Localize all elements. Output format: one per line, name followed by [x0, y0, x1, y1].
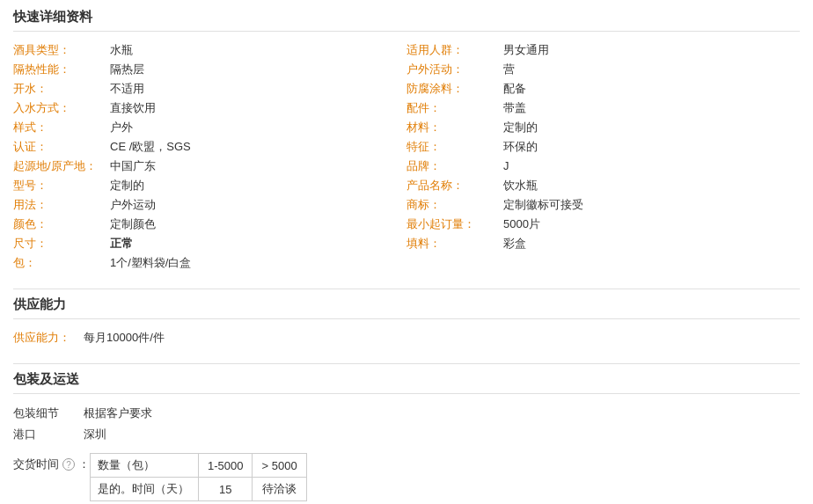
detail-label: 品牌： — [406, 158, 503, 174]
detail-value: CE /欧盟，SGS — [110, 139, 191, 155]
detail-value: 户外 — [110, 120, 133, 135]
delivery-table-header: > 5000 — [253, 454, 306, 478]
delivery-info-icon[interactable]: ? — [62, 458, 75, 471]
detail-value: 定制的 — [503, 120, 538, 135]
right-detail-row: 配件： 带盖 — [406, 99, 800, 118]
supply-section: 供应能力 供应能力： 每月10000件/件 — [13, 296, 800, 347]
left-detail-row: 型号： 定制的 — [13, 176, 406, 195]
detail-value: 男女通用 — [503, 42, 549, 58]
delivery-row: 交货时间 ?： 数量（包）1-5000> 5000是的。时间（天）15待洽谈 — [13, 449, 800, 504]
supply-value: 每月10000件/件 — [84, 330, 165, 346]
left-detail-row: 认证： CE /欧盟，SGS — [13, 137, 406, 157]
left-detail-row: 起源地/原产地： 中国广东 — [13, 157, 406, 176]
right-column: 适用人群： 男女通用 户外活动： 营 防腐涂料： 配备 配件： 带盖 材料： 定… — [406, 40, 800, 273]
left-detail-row: 开水： 不适用 — [13, 79, 406, 99]
left-detail-row: 隔热性能： 隔热层 — [13, 60, 406, 79]
detail-value: 不适用 — [110, 81, 144, 97]
detail-label: 商标： — [406, 197, 503, 213]
pkg-label: 包装细节 — [13, 405, 84, 421]
detail-label: 材料： — [406, 120, 503, 135]
delivery-table-cell: 15 — [199, 478, 253, 501]
detail-label: 起源地/原产地： — [13, 158, 110, 174]
right-detail-row: 品牌： J — [406, 157, 800, 176]
detail-label: 认证： — [13, 139, 110, 155]
left-detail-row: 样式： 户外 — [13, 118, 406, 137]
detail-value: J — [503, 159, 509, 172]
detail-value: 正常 — [110, 236, 133, 252]
right-detail-row: 特征： 环保的 — [406, 137, 800, 157]
supply-label: 供应能力： — [13, 330, 84, 346]
left-detail-row: 用法： 户外运动 — [13, 195, 406, 215]
divider-2 — [13, 363, 800, 364]
supply-title: 供应能力 — [13, 296, 800, 319]
detail-label: 隔热性能： — [13, 62, 110, 77]
left-detail-row: 尺寸： 正常 — [13, 234, 406, 253]
detail-label: 开水： — [13, 81, 110, 97]
delivery-table-cell: 待洽谈 — [253, 478, 306, 501]
detail-label: 适用人群： — [406, 42, 503, 58]
detail-value: 5000片 — [503, 216, 540, 232]
detail-value: 带盖 — [503, 100, 526, 116]
delivery-table: 数量（包）1-5000> 5000是的。时间（天）15待洽谈 — [90, 453, 307, 501]
right-detail-row: 适用人群： 男女通用 — [406, 40, 800, 60]
detail-value: 配备 — [503, 81, 526, 97]
detail-value: 水瓶 — [110, 42, 133, 58]
pkg-row: 港口 深圳 — [13, 424, 800, 445]
quick-detail-section: 快速详细资料 酒具类型： 水瓶 隔热性能： 隔热层 开水： 不适用 入水方式： … — [13, 9, 800, 273]
detail-label: 尺寸： — [13, 236, 110, 252]
detail-value: 定制的 — [110, 178, 144, 194]
right-detail-row: 产品名称： 饮水瓶 — [406, 176, 800, 195]
delivery-table-header: 数量（包） — [91, 454, 199, 478]
divider-1 — [13, 289, 800, 289]
detail-value: 中国广东 — [110, 158, 156, 174]
pkg-value: 根据客户要求 — [84, 405, 152, 421]
quick-detail-title: 快速详细资料 — [13, 9, 800, 32]
detail-value: 户外运动 — [110, 197, 156, 213]
detail-value: 1个/塑料袋/白盒 — [110, 255, 191, 271]
detail-label: 用法： — [13, 197, 110, 213]
detail-label: 颜色： — [13, 216, 110, 232]
detail-grid: 酒具类型： 水瓶 隔热性能： 隔热层 开水： 不适用 入水方式： 直接饮用 样式… — [13, 40, 800, 273]
right-detail-row: 填料： 彩盒 — [406, 234, 800, 253]
left-detail-row: 颜色： 定制颜色 — [13, 215, 406, 234]
delivery-table-wrapper: 数量（包）1-5000> 5000是的。时间（天）15待洽谈 — [90, 451, 307, 501]
detail-label: 型号： — [13, 178, 110, 194]
detail-value: 环保的 — [503, 139, 538, 155]
detail-label: 防腐涂料： — [406, 81, 503, 97]
detail-value: 直接饮用 — [110, 100, 156, 116]
pkg-label: 港口 — [13, 427, 84, 442]
detail-value: 隔热层 — [110, 62, 144, 77]
right-detail-row: 户外活动： 营 — [406, 60, 800, 79]
detail-value: 定制颜色 — [110, 216, 156, 232]
detail-label: 产品名称： — [406, 178, 503, 194]
right-detail-row: 防腐涂料： 配备 — [406, 79, 800, 99]
right-detail-row: 商标： 定制徽标可接受 — [406, 195, 800, 215]
detail-label: 特征： — [406, 139, 503, 155]
supply-row: 供应能力： 每月10000件/件 — [13, 328, 800, 347]
detail-label: 入水方式： — [13, 100, 110, 116]
detail-value: 营 — [503, 62, 515, 77]
detail-value: 彩盒 — [503, 236, 526, 252]
detail-label: 户外活动： — [406, 62, 503, 77]
detail-label: 样式： — [13, 120, 110, 135]
detail-label: 填料： — [406, 236, 503, 252]
left-detail-row: 入水方式： 直接饮用 — [13, 99, 406, 118]
detail-label: 酒具类型： — [13, 42, 110, 58]
detail-value: 饮水瓶 — [503, 178, 538, 194]
right-detail-row: 材料： 定制的 — [406, 118, 800, 137]
packaging-fields: 包装细节 根据客户要求 港口 深圳 — [13, 403, 800, 445]
right-detail-row: 最小起订量： 5000片 — [406, 215, 800, 234]
pkg-row: 包装细节 根据客户要求 — [13, 403, 800, 424]
detail-label: 配件： — [406, 100, 503, 116]
detail-value: 定制徽标可接受 — [503, 197, 583, 213]
left-detail-row: 包： 1个/塑料袋/白盒 — [13, 253, 406, 273]
delivery-label-text: 交货时间 — [13, 457, 59, 472]
packaging-title: 包装及运送 — [13, 371, 800, 394]
packaging-section: 包装及运送 包装细节 根据客户要求 港口 深圳 交货时间 ?： 数量（包）1-5… — [13, 371, 800, 504]
delivery-table-header: 1-5000 — [199, 454, 253, 478]
left-detail-row: 酒具类型： 水瓶 — [13, 40, 406, 60]
detail-label: 最小起订量： — [406, 216, 503, 232]
detail-label: 包： — [13, 255, 110, 271]
pkg-value: 深圳 — [84, 427, 106, 442]
delivery-table-cell: 是的。时间（天） — [91, 478, 199, 501]
